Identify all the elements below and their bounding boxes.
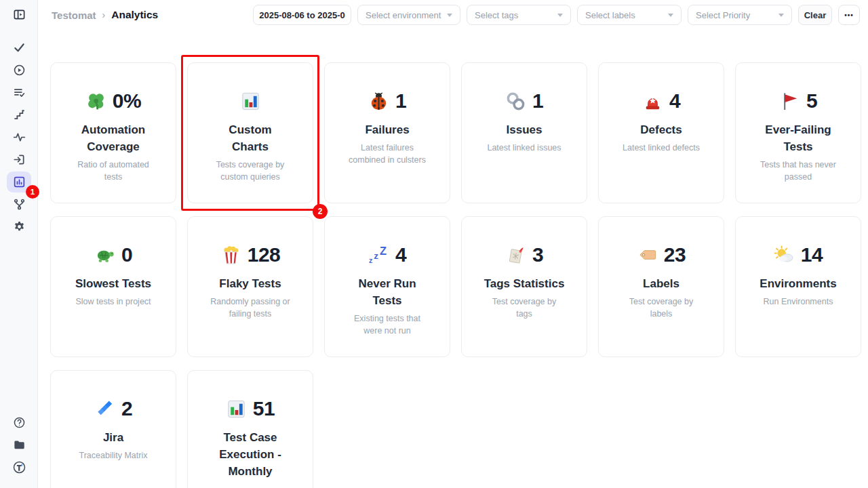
zzz-icon: zzZ <box>368 245 389 266</box>
card-ever-failing-tests[interactable]: 5 Ever-Failing Tests Tests that has neve… <box>735 62 861 203</box>
card-value-row: 0 <box>94 243 132 266</box>
clear-button[interactable]: Clear <box>798 5 832 25</box>
sidebar-item-stairs[interactable] <box>0 104 38 126</box>
card-subtitle: Randomly passing or failing tests <box>210 296 290 320</box>
card-value-row: 0% <box>85 89 141 113</box>
sidebar-item-logo[interactable] <box>0 456 38 479</box>
card-value: 0 <box>121 243 132 266</box>
dropdown-placeholder: Select labels <box>585 10 635 20</box>
popcorn-icon <box>220 245 241 266</box>
sidebar-item-help[interactable] <box>0 411 38 434</box>
card-slowest-tests[interactable]: 0 Slowest Tests Slow tests in project <box>50 216 176 357</box>
card-custom-charts[interactable]: Custom Charts Tests coverage by custom q… <box>187 62 313 203</box>
sidebar-item-import[interactable] <box>0 148 38 171</box>
card-title: Custom Charts <box>229 121 271 155</box>
bar-chart-emoji-icon <box>226 399 247 420</box>
play-circle-icon <box>13 64 26 77</box>
select-filters: Select environmentSelect tagsSelect labe… <box>357 5 792 25</box>
card-title: Slowest Tests <box>75 275 151 292</box>
card-tags-statistics[interactable]: 3 Tags Statistics Test coverage by tags <box>461 216 587 357</box>
select-priority-dropdown[interactable]: Select Priority <box>688 5 792 25</box>
card-jira[interactable]: 2 Jira Traceability Matrix <box>50 370 176 488</box>
sidebar-bottom-nav <box>0 411 38 479</box>
sidebar-item-play-circle[interactable] <box>0 59 38 81</box>
import-icon <box>13 153 26 166</box>
card-labels[interactable]: 23 Labels Test coverage by labels <box>598 216 724 357</box>
chevron-down-icon <box>778 14 784 17</box>
card-flaky-tests[interactable]: 128 Flaky Tests Randomly passing or fail… <box>187 216 313 357</box>
card-subtitle: Tests that has never passed <box>760 159 836 183</box>
svg-text:Z: Z <box>380 245 387 257</box>
card-value: 0% <box>113 89 141 113</box>
card-title: Test Case Execution - Monthly <box>219 429 281 480</box>
card-subtitle: Existing tests that were not run <box>354 313 420 337</box>
card-title: Jira <box>103 429 123 446</box>
card-test-case-execution-monthly[interactable]: 51 Test Case Execution - Monthly <box>187 370 313 488</box>
activity-icon <box>13 131 26 144</box>
card-title: Flaky Tests <box>219 275 281 292</box>
select-labels-dropdown[interactable]: Select labels <box>577 5 682 25</box>
sidebar-item-folder[interactable] <box>0 434 38 456</box>
ladybug-icon <box>368 91 389 112</box>
select-environment-dropdown[interactable]: Select environment <box>357 5 460 25</box>
card-value-row: 1 <box>368 89 406 113</box>
stairs-icon <box>13 108 26 121</box>
bar-chart-emoji-icon <box>240 91 261 112</box>
card-subtitle: Test coverage by tags <box>492 296 557 320</box>
select-tags-dropdown[interactable]: Select tags <box>467 5 571 25</box>
card-title: Labels <box>643 275 679 292</box>
breadcrumb-project[interactable]: Testomat <box>52 9 96 21</box>
sidebar-item-list-check[interactable] <box>0 81 38 104</box>
chevron-down-icon <box>447 14 452 17</box>
logo-icon <box>13 461 26 474</box>
sidebar-item-activity[interactable] <box>0 126 38 148</box>
card-environments[interactable]: 14 Environments Run Environments <box>735 216 861 357</box>
card-issues[interactable]: 1 Issues Latest linked issues <box>461 62 587 203</box>
card-defects[interactable]: 4 Defects Latest linked defects <box>598 62 724 203</box>
card-value: 14 <box>801 243 823 266</box>
link-icon <box>505 91 526 112</box>
card-value-row: 2 <box>94 397 132 420</box>
card-failures[interactable]: 1 Failures Latest failures combined in c… <box>324 62 450 203</box>
card-subtitle: Latest linked issues <box>487 142 561 155</box>
card-value-row <box>240 89 261 113</box>
gear-icon <box>13 220 26 233</box>
filters-toolbar: 2025-08-06 to 2025-0 Select environmentS… <box>253 5 860 25</box>
svg-text:z: z <box>374 251 378 261</box>
card-title: Environments <box>760 275 836 292</box>
flag-icon <box>779 91 800 112</box>
analytics-cards-grid: 0% Automation Coverage Ratio of automate… <box>50 62 861 488</box>
turtle-icon <box>94 245 115 266</box>
panel-toggle-icon[interactable] <box>0 5 38 23</box>
card-never-run-tests[interactable]: zzZ 4 Never Run Tests Existing tests tha… <box>324 216 450 357</box>
folder-icon <box>13 439 26 451</box>
chevron-down-icon <box>668 14 673 17</box>
date-range-input[interactable]: 2025-08-06 to 2025-0 <box>253 5 351 25</box>
clover-icon <box>85 91 106 112</box>
card-subtitle: Test coverage by labels <box>629 296 694 320</box>
card-value: 3 <box>532 243 543 266</box>
sidebar-item-check[interactable] <box>0 37 38 59</box>
card-value-row: 51 <box>226 397 275 420</box>
siren-icon <box>642 91 663 112</box>
chevron-down-icon <box>557 14 563 17</box>
card-value: 4 <box>669 89 680 113</box>
header: Testomat › Analytics 2025-08-06 to 2025-… <box>38 0 868 35</box>
sidebar-item-gear[interactable] <box>0 216 38 238</box>
annotation-badge-1: 1 <box>26 185 39 199</box>
card-value: 51 <box>253 397 275 420</box>
card-value-row: 3 <box>505 243 543 266</box>
more-options-button[interactable]: ••• <box>838 5 860 25</box>
dropdown-placeholder: Select tags <box>475 10 518 20</box>
help-icon <box>13 416 26 429</box>
card-value: 4 <box>395 243 406 266</box>
card-automation-coverage[interactable]: 0% Automation Coverage Ratio of automate… <box>50 62 176 203</box>
sidebar-nav <box>0 37 38 238</box>
card-value: 2 <box>121 397 132 420</box>
card-subtitle: Slow tests in project <box>75 296 151 308</box>
card-value: 1 <box>395 89 406 113</box>
card-title: Never Run Tests <box>358 275 416 309</box>
card-value: 5 <box>806 89 817 113</box>
card-title: Automation Coverage <box>81 121 145 155</box>
check-icon <box>13 41 26 54</box>
